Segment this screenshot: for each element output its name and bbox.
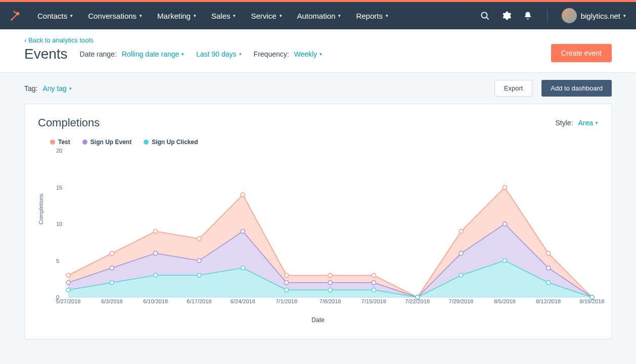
svg-point-16 — [547, 251, 551, 255]
caret-down-icon: ▾ — [181, 52, 184, 57]
x-tick: 8/19/2018 — [580, 298, 605, 304]
legend-label: Sign Up Clicked — [152, 139, 198, 146]
legend: TestSign Up EventSign Up Clicked — [50, 139, 598, 146]
nav-service[interactable]: Service▾ — [251, 12, 282, 20]
caret-down-icon: ▾ — [239, 52, 242, 57]
svg-point-42 — [547, 281, 551, 285]
y-tick: 20 — [56, 148, 62, 154]
chevron-down-icon: ▾ — [70, 13, 73, 18]
nav-right: biglytics.net ▾ — [480, 8, 626, 23]
svg-point-18 — [66, 281, 70, 285]
nav-marketing[interactable]: Marketing▾ — [157, 12, 196, 20]
svg-point-24 — [328, 281, 332, 285]
chevron-down-icon: ▾ — [280, 13, 282, 18]
caret-down-icon: ▾ — [320, 52, 322, 57]
chevron-down-icon: ▾ — [623, 13, 626, 18]
svg-point-34 — [197, 274, 201, 278]
legend-label: Test — [58, 139, 70, 146]
style-label: Style: — [556, 119, 573, 127]
svg-point-5 — [66, 274, 70, 278]
account-switcher[interactable]: biglytics.net ▾ — [562, 8, 626, 23]
tag-dropdown[interactable]: Any tag▾ — [42, 84, 71, 93]
export-button[interactable]: Export — [494, 80, 533, 97]
frequency-label: Frequency: — [254, 50, 289, 58]
svg-point-28 — [503, 222, 507, 226]
hubspot-logo[interactable] — [9, 9, 22, 22]
completions-card: Completions Style: Area▾ TestSign Up Eve… — [24, 104, 612, 339]
avatar — [562, 8, 577, 23]
svg-point-33 — [154, 274, 158, 278]
x-tick: 6/10/2018 — [143, 298, 168, 304]
nav-reports[interactable]: Reports▾ — [356, 12, 388, 20]
svg-point-9 — [241, 193, 245, 197]
svg-point-12 — [372, 274, 376, 278]
create-event-button[interactable]: Create event — [551, 44, 612, 62]
date-range-mode-dropdown[interactable]: Rolling date range▾ — [122, 50, 185, 58]
svg-point-19 — [110, 266, 114, 270]
y-tick: 10 — [56, 221, 62, 227]
x-tick: 6/3/2018 — [101, 298, 123, 304]
date-range-value-dropdown[interactable]: Last 90 days▾ — [196, 50, 241, 58]
svg-point-10 — [285, 274, 289, 278]
y-tick: 5 — [56, 258, 59, 264]
svg-point-14 — [459, 230, 463, 234]
subheader: ‹ Back to analytics tools Events Date ra… — [0, 29, 636, 73]
svg-point-20 — [154, 251, 158, 255]
svg-point-27 — [459, 251, 463, 255]
nav-contacts[interactable]: Contacts▾ — [37, 12, 73, 20]
bell-icon[interactable] — [523, 11, 533, 21]
svg-point-8 — [197, 237, 201, 241]
chevron-down-icon: ▾ — [386, 13, 388, 18]
nav-conversations[interactable]: Conversations▾ — [88, 12, 142, 20]
chevron-left-icon: ‹ — [24, 36, 26, 44]
svg-point-21 — [197, 259, 201, 263]
caret-down-icon: ▾ — [596, 120, 598, 125]
nav-items: Contacts▾ Conversations▾ Marketing▾ Sale… — [37, 12, 480, 20]
legend-item[interactable]: Sign Up Clicked — [144, 139, 198, 146]
chart: Completions 05101520 5/27/20186/3/20186/… — [44, 151, 595, 312]
svg-point-37 — [328, 288, 332, 292]
legend-item[interactable]: Sign Up Event — [82, 139, 131, 146]
svg-point-23 — [285, 281, 289, 285]
chevron-down-icon: ▾ — [233, 13, 236, 18]
x-tick: 7/1/2018 — [276, 298, 297, 304]
legend-dot-icon — [82, 140, 87, 145]
top-nav: Contacts▾ Conversations▾ Marketing▾ Sale… — [0, 2, 636, 29]
chevron-down-icon: ▾ — [140, 13, 142, 18]
svg-point-7 — [154, 230, 158, 234]
card-title: Completions — [38, 116, 100, 129]
tag-label: Tag: — [24, 84, 37, 93]
legend-label: Sign Up Event — [90, 139, 131, 146]
nav-automation[interactable]: Automation▾ — [297, 12, 341, 20]
legend-dot-icon — [144, 140, 149, 145]
page-title: Events — [24, 46, 68, 62]
svg-point-11 — [328, 274, 332, 278]
search-icon[interactable] — [480, 11, 490, 21]
svg-point-31 — [66, 288, 70, 292]
add-to-dashboard-button[interactable]: Add to dashboard — [541, 80, 612, 97]
x-tick: 6/24/2018 — [231, 298, 255, 304]
svg-point-25 — [372, 281, 376, 285]
svg-point-40 — [459, 274, 463, 278]
back-link[interactable]: ‹ Back to analytics tools — [24, 36, 322, 44]
style-dropdown[interactable]: Area▾ — [578, 119, 598, 127]
svg-point-22 — [241, 230, 245, 234]
svg-point-15 — [503, 186, 507, 190]
nav-sales[interactable]: Sales▾ — [211, 12, 236, 20]
x-tick: 7/22/2018 — [405, 298, 430, 304]
x-tick: 6/17/2018 — [187, 298, 212, 304]
toolbar: Tag: Any tag▾ Export Add to dashboard — [0, 73, 636, 104]
x-tick: 5/27/2018 — [56, 298, 81, 304]
caret-down-icon: ▾ — [69, 86, 72, 91]
date-range-label: Date range: — [80, 50, 117, 58]
divider — [547, 9, 548, 23]
svg-point-41 — [503, 259, 507, 263]
account-name: biglytics.net — [581, 12, 620, 20]
legend-item[interactable]: Test — [50, 139, 70, 146]
frequency-dropdown[interactable]: Weekly▾ — [294, 50, 323, 58]
gear-icon[interactable] — [502, 11, 512, 21]
svg-point-29 — [547, 266, 551, 270]
svg-point-36 — [285, 288, 289, 292]
svg-point-35 — [241, 266, 245, 270]
chevron-down-icon: ▾ — [338, 13, 341, 18]
